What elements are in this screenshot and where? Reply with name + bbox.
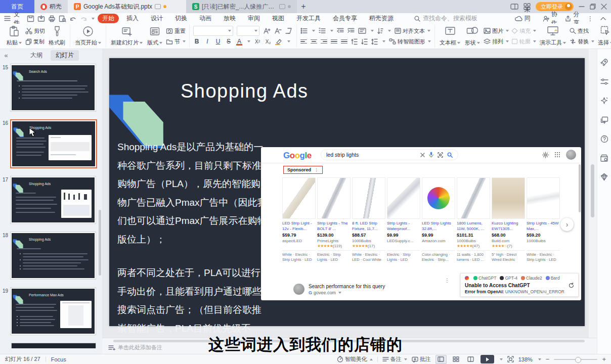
ribbon-tab-design[interactable]: 设计 bbox=[146, 14, 167, 23]
export-icon[interactable] bbox=[37, 15, 45, 22]
align-text-button[interactable]: 对齐文本 bbox=[395, 26, 430, 36]
google-lens-icon[interactable] bbox=[438, 152, 443, 158]
bold-button[interactable]: B bbox=[193, 38, 200, 45]
slide-thumbnail-19[interactable]: 19 Performance Max Ads bbox=[0, 287, 102, 335]
slide-thumbnail-20-partial[interactable] bbox=[11, 343, 96, 348]
ai-tab-claude2[interactable]: Claude2 bbox=[521, 276, 542, 281]
product-card-3[interactable]: 8 ft. LED Strip Fixture, 11,7... $88.57 … bbox=[352, 177, 385, 262]
more-options-icon[interactable]: ⋮ bbox=[587, 15, 593, 22]
numbered-list-icon[interactable] bbox=[319, 28, 326, 34]
presentation-tools-button[interactable]: 演示工具 bbox=[539, 25, 567, 48]
comments-button[interactable]: 批注 bbox=[412, 354, 431, 364]
refresh-icon[interactable] bbox=[569, 283, 574, 288]
sort-text-icon[interactable] bbox=[377, 28, 383, 34]
google-account-avatar[interactable] bbox=[566, 150, 576, 160]
picture-button[interactable]: 图片 bbox=[484, 26, 509, 36]
play-from-current-button[interactable]: 当页开始 bbox=[74, 25, 102, 48]
new-slide-button[interactable]: 新建幻灯片 bbox=[110, 25, 144, 48]
slide-thumbnail-18[interactable]: 18 Shopping Ads bbox=[0, 232, 102, 280]
ribbon-tab-member[interactable]: 会员专享 bbox=[328, 14, 362, 23]
google-shopping-screenshot[interactable]: Google led strip lights bbox=[261, 147, 581, 300]
smart-beautify-icon[interactable] bbox=[600, 97, 608, 105]
increase-font-icon[interactable] bbox=[263, 27, 271, 34]
tab-docer[interactable]: 稻壳 bbox=[34, 0, 68, 13]
shapes-button[interactable]: 形状 bbox=[464, 25, 481, 48]
object-properties-icon[interactable] bbox=[600, 78, 608, 85]
font-size-select[interactable] bbox=[237, 26, 259, 36]
search-submit-icon[interactable] bbox=[447, 152, 453, 158]
product-card-7[interactable]: Kuzco Lighting EW71305... $68.00 Build.c… bbox=[492, 177, 525, 262]
cut-button[interactable]: 剪切 bbox=[25, 26, 45, 36]
zoom-slider[interactable] bbox=[554, 359, 597, 360]
ribbon-tab-devtools[interactable]: 开发工具 bbox=[292, 14, 325, 23]
align-center-icon[interactable] bbox=[311, 38, 317, 45]
section-button[interactable]: 节 bbox=[166, 36, 186, 47]
replace-button[interactable]: 替换 bbox=[570, 36, 594, 47]
result-title[interactable]: Search performance for this query bbox=[309, 284, 385, 289]
select-button[interactable]: 选择 bbox=[597, 25, 611, 48]
slide-body-text[interactable]: Shopping Ads是以产品为基础的一种谷歌广告系列，目前只剩下标准购物广告… bbox=[117, 138, 267, 338]
focus-mode-label[interactable]: Focus bbox=[51, 356, 66, 362]
decrease-indent-icon[interactable] bbox=[337, 28, 344, 34]
line-spacing-icon[interactable] bbox=[371, 38, 378, 45]
slide-thumbnail-15[interactable]: 15 Search Ads bbox=[0, 64, 102, 112]
collapse-panel-button[interactable]: « bbox=[0, 52, 12, 59]
rocket-icon[interactable] bbox=[600, 58, 608, 67]
undo-icon[interactable] bbox=[69, 16, 77, 22]
new-tab-button[interactable]: + bbox=[297, 0, 310, 13]
voice-search-icon[interactable] bbox=[429, 152, 433, 158]
align-distribute-icon[interactable] bbox=[341, 38, 347, 45]
ribbon-tab-home[interactable]: 开始 bbox=[98, 14, 119, 23]
font-color-button[interactable]: A bbox=[236, 38, 243, 45]
smart-beautify-button[interactable]: 智能美化 bbox=[337, 354, 373, 364]
fit-slide-icon[interactable] bbox=[507, 356, 514, 362]
settings-gear-icon[interactable] bbox=[542, 152, 549, 158]
ribbon-tab-docer-resource[interactable]: 稻壳资源 bbox=[365, 14, 398, 23]
line-spacing-down-icon[interactable] bbox=[361, 38, 368, 45]
reset-button[interactable]: 重置 bbox=[166, 26, 186, 36]
product-title[interactable]: Strip Lights - The BOLT 8' ... bbox=[317, 221, 351, 232]
clear-format-icon[interactable] bbox=[285, 27, 293, 34]
help-icon[interactable] bbox=[600, 135, 608, 143]
zoom-out-button[interactable]: − bbox=[546, 355, 550, 363]
save-icon[interactable] bbox=[27, 15, 34, 22]
zoom-in-button[interactable]: + bbox=[602, 355, 606, 363]
notes-input[interactable]: 单击此处添加备注 bbox=[108, 344, 162, 351]
outline-button[interactable]: 轮廓 bbox=[511, 36, 536, 47]
google-search-input[interactable]: led strip lights bbox=[321, 149, 458, 160]
product-title[interactable]: 1800 Lumens, 11W, 5000K, ... bbox=[457, 221, 490, 232]
tab-outline[interactable]: 大纲 bbox=[25, 50, 48, 61]
hamburger-icon[interactable] bbox=[4, 16, 11, 21]
subscript-button[interactable]: X₂ bbox=[265, 39, 272, 44]
underline-button[interactable]: U bbox=[214, 38, 222, 45]
template-diamond-icon[interactable] bbox=[600, 173, 608, 181]
reading-view-button[interactable] bbox=[466, 355, 476, 363]
search-performance-result[interactable]: Search performance for this query Ggovee… bbox=[293, 284, 385, 295]
panel-scrollbar[interactable] bbox=[99, 210, 101, 276]
superscript-button[interactable]: X² bbox=[254, 39, 261, 44]
print-icon[interactable] bbox=[48, 15, 56, 22]
convert-smartart-button[interactable]: 转智能图形 bbox=[389, 36, 431, 47]
text-box-button[interactable]: 文本框 bbox=[439, 25, 461, 48]
ai-tab-bard[interactable]: Bard bbox=[546, 276, 560, 281]
product-card-6[interactable]: 1800 Lumens, 11W, 5000K, ... $101.31 100… bbox=[457, 177, 490, 262]
line-spacing-up-icon[interactable] bbox=[351, 38, 358, 45]
play-options-dropdown[interactable] bbox=[500, 358, 503, 360]
align-justify-icon[interactable] bbox=[331, 38, 337, 45]
decrease-font-icon[interactable] bbox=[274, 27, 282, 34]
tab-document-spreadsheet[interactable]: S [只读]已解密_...人缘推广种草bf bbox=[186, 0, 297, 13]
print-preview-icon[interactable] bbox=[59, 15, 66, 22]
ribbon-tab-view[interactable]: 视图 bbox=[268, 14, 289, 23]
sponsored-kebab-icon[interactable]: ⋮ bbox=[314, 167, 319, 172]
paste-button[interactable]: 粘贴 bbox=[6, 25, 23, 48]
notes-button[interactable]: 备注 bbox=[382, 354, 407, 364]
canvas-scrollbar-track[interactable] bbox=[589, 49, 597, 338]
product-title[interactable]: Strip Lights - 45W Max,... bbox=[527, 221, 560, 232]
highlight-icon[interactable] bbox=[275, 38, 283, 45]
slide-title[interactable]: Shopping Ads bbox=[181, 80, 309, 102]
italic-button[interactable]: I bbox=[204, 38, 211, 45]
docer-store-icon[interactable] bbox=[600, 154, 608, 162]
google-apps-grid-icon[interactable] bbox=[554, 152, 560, 158]
product-card-5[interactable]: LED Strip Lights 32.8ft,... $9.99 Amazon… bbox=[422, 177, 455, 262]
ai-tab-chatgpt[interactable]: ChatGPT bbox=[473, 276, 496, 281]
